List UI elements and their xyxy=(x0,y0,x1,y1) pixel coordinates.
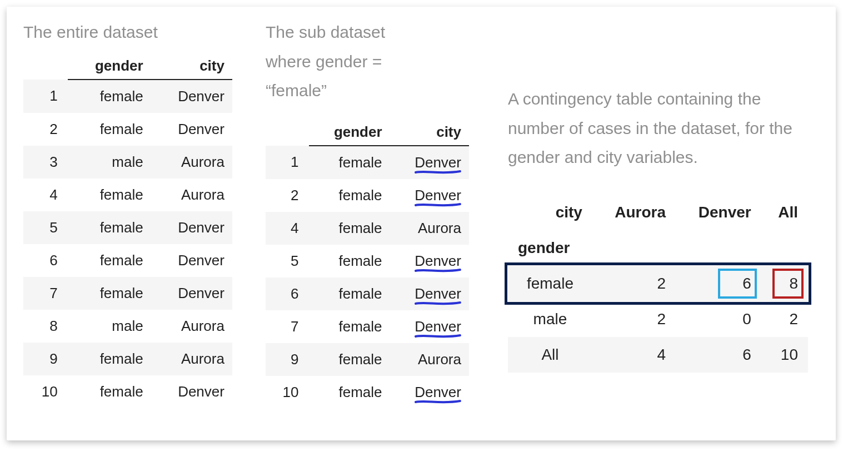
cell-idx: 8 xyxy=(23,310,68,343)
caption-contingency: A contingency table containing the numbe… xyxy=(508,85,819,172)
ct-index-name: gender xyxy=(508,230,592,266)
cell-idx: 5 xyxy=(266,245,309,277)
ct-col-header: Denver xyxy=(676,195,761,230)
cell-city: Denver xyxy=(390,277,469,310)
cell-idx: 10 xyxy=(23,375,68,408)
cell-gender: female xyxy=(68,375,151,408)
ct-col-header: Aurora xyxy=(592,195,676,230)
cell-gender: female xyxy=(68,343,151,375)
cell-idx: 4 xyxy=(266,212,309,245)
table-row: 7femaleDenver xyxy=(23,277,232,310)
col-header-city: city xyxy=(151,54,232,80)
pen-underline-icon xyxy=(415,169,461,175)
table-row: 4femaleAurora xyxy=(23,179,232,211)
ct-row-male: male 2 0 2 xyxy=(508,301,808,337)
table-row: 4femaleAurora xyxy=(266,212,469,245)
table-row: 2femaleDenver xyxy=(266,179,469,212)
ct-cell: 10 xyxy=(761,337,808,373)
table-row: 2femaleDenver xyxy=(23,113,232,146)
table-row: 3maleAurora xyxy=(23,146,232,179)
entire-dataset-table: gender city 1femaleDenver 2femaleDenver … xyxy=(23,54,232,408)
cell-gender: female xyxy=(68,211,151,244)
col-header-index xyxy=(266,120,309,146)
ct-cell: 2 xyxy=(592,266,676,301)
ct-col-header: All xyxy=(761,195,808,230)
ct-cell-highlight-red: 8 xyxy=(761,266,808,301)
ct-row-label: All xyxy=(508,337,592,373)
ct-cell-highlight-blue: 6 xyxy=(676,266,761,301)
cell-idx: 1 xyxy=(23,80,68,113)
col-header-index xyxy=(23,54,68,80)
table-row: 1femaleDenver xyxy=(23,80,232,113)
pen-underline-icon xyxy=(415,202,461,207)
cell-city: Denver xyxy=(151,80,232,113)
cell-idx: 6 xyxy=(266,277,309,310)
cell-gender: female xyxy=(309,212,390,245)
cell-gender: female xyxy=(309,245,390,277)
cell-idx: 9 xyxy=(266,343,309,376)
table-row: 6femaleDenver xyxy=(23,244,232,277)
sub-dataset-table: gender city 1femaleDenver2femaleDenver4f… xyxy=(266,120,469,409)
cell-idx: 2 xyxy=(23,113,68,146)
cell-idx: 2 xyxy=(266,179,309,212)
cell-city: Aurora xyxy=(390,212,469,245)
cell-city: Denver xyxy=(151,375,232,408)
ct-cell: 2 xyxy=(592,301,676,337)
pen-underline-icon xyxy=(415,267,461,273)
ct-row-female: female 2 6 8 xyxy=(508,266,808,301)
cell-city: Aurora xyxy=(151,179,232,211)
cell-idx: 6 xyxy=(23,244,68,277)
ct-cell: 2 xyxy=(761,301,808,337)
ct-row-label: female xyxy=(508,266,592,301)
col-contingency: A contingency table containing the numbe… xyxy=(508,18,819,373)
ct-row-all: All 4 6 10 xyxy=(508,337,808,373)
pen-underline-icon xyxy=(415,399,461,404)
cell-gender: female xyxy=(68,179,151,211)
cell-city: Denver xyxy=(390,376,469,409)
caption-text: where gender = xyxy=(266,52,382,71)
ct-cell: 4 xyxy=(592,337,676,373)
table-row: 5femaleDenver xyxy=(266,245,469,277)
ct-blank xyxy=(676,230,761,266)
caption-entire-dataset: The entire dataset xyxy=(23,18,232,47)
cell-gender: female xyxy=(68,277,151,310)
figure-canvas: The entire dataset gender city 1femaleDe… xyxy=(0,0,868,456)
cell-city: Denver xyxy=(151,244,232,277)
cell-idx: 7 xyxy=(23,277,68,310)
cell-gender: female xyxy=(309,310,390,343)
caption-text: A contingency table containing the xyxy=(508,90,761,108)
caption-text: “female” xyxy=(266,81,327,100)
cell-city: Denver xyxy=(390,179,469,212)
col-sub-dataset: The sub dataset where gender = “female” … xyxy=(266,18,469,409)
cell-idx: 4 xyxy=(23,179,68,211)
col-header-gender: gender xyxy=(309,120,390,146)
cell-idx: 10 xyxy=(266,376,309,409)
cell-city: Denver xyxy=(390,146,469,179)
figure-panel: The entire dataset gender city 1femaleDe… xyxy=(7,7,836,440)
cell-idx: 3 xyxy=(23,146,68,179)
cell-gender: male xyxy=(68,310,151,343)
cell-city: Aurora xyxy=(151,310,232,343)
ct-blank xyxy=(761,230,808,266)
ct-blank xyxy=(592,230,676,266)
ct-col-name: city xyxy=(508,195,592,230)
pen-underline-icon xyxy=(415,300,461,306)
cell-city: Denver xyxy=(151,277,232,310)
table-row: 10femaleDenver xyxy=(266,376,469,409)
table-row: 9femaleAurora xyxy=(23,343,232,375)
table-row: 8maleAurora xyxy=(23,310,232,343)
table-row: 7femaleDenver xyxy=(266,310,469,343)
table-row: 6femaleDenver xyxy=(266,277,469,310)
caption-sub-dataset: The sub dataset where gender = “female” xyxy=(266,18,469,106)
cell-idx: 1 xyxy=(266,146,309,179)
cell-city: Denver xyxy=(390,245,469,277)
caption-text: number of cases in the dataset, for the xyxy=(508,119,792,137)
cell-gender: female xyxy=(68,244,151,277)
cell-city: Denver xyxy=(151,211,232,244)
table-row: 1femaleDenver xyxy=(266,146,469,179)
caption-text: gender and city variables. xyxy=(508,148,698,166)
cell-city: Denver xyxy=(390,310,469,343)
ct-cell: 0 xyxy=(676,301,761,337)
cell-gender: female xyxy=(68,80,151,113)
cell-city: Aurora xyxy=(390,343,469,376)
